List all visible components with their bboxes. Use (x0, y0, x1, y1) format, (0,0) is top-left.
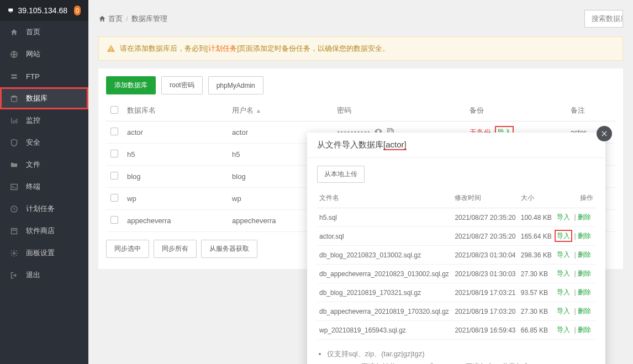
file-size: 27.30 KB (519, 265, 555, 283)
file-size: 93.57 KB (519, 283, 555, 302)
sidebar-item-settings[interactable]: 面板设置 (0, 242, 88, 264)
sidebar-item-label: 退出 (26, 270, 40, 280)
file-mtime: 2021/08/19 17:03:21 (452, 283, 518, 302)
sidebar-item-ftp[interactable]: FTP (0, 65, 88, 87)
table-row: actor.sql2021/08/27 20:35:20165.64 KB导入 … (317, 227, 595, 246)
sidebar-item-monitor[interactable]: 监控 (0, 109, 88, 131)
root-password-button[interactable]: root密码 (161, 76, 203, 94)
delete-link[interactable]: 删除 (578, 251, 591, 259)
sidebar-item-logout[interactable]: 退出 (0, 264, 88, 286)
delete-link[interactable]: 删除 (578, 232, 591, 240)
db-name: blog (123, 166, 228, 188)
breadcrumb-current: 数据库管理 (131, 14, 167, 24)
breadcrumb-separator: / (126, 15, 128, 23)
row-checkbox[interactable] (110, 150, 118, 157)
sidebar-item-home[interactable]: 首页 (0, 21, 88, 43)
import-link[interactable]: 导入 (557, 213, 570, 221)
globe-icon (10, 50, 18, 59)
sidebar-item-label: FTP (26, 72, 40, 81)
file-size: 100.48 KB (519, 208, 555, 227)
table-row: db_appecheverra_20210819_170320.sql.gz20… (317, 302, 595, 321)
tips-list: 仅支持sql、zip、(tar.gz|gz|tgz)zip、tar.gz压缩包结… (317, 347, 595, 364)
sidebar-item-security[interactable]: 安全 (0, 131, 88, 154)
sync-all-button[interactable]: 同步所有 (154, 240, 197, 258)
table-row: wp_20210819_165943.sql.gz2021/08/19 16:5… (317, 321, 595, 340)
row-checkbox[interactable] (110, 216, 118, 224)
delete-link[interactable]: 删除 (578, 307, 591, 315)
dialog-db-name: [actor] (383, 140, 407, 150)
search-input[interactable]: 搜索数据库 (584, 10, 623, 28)
row-checkbox[interactable] (110, 194, 118, 202)
file-name: db_blog_20210819_170321.sql.gz (317, 283, 452, 302)
sidebar-item-terminal[interactable]: 终端 (0, 176, 88, 198)
col-size: 大小 (519, 188, 555, 208)
file-mtime: 2021/08/23 01:30:04 (452, 246, 518, 265)
sidebar-item-label: 软件商店 (26, 226, 55, 236)
file-table: 文件名 修改时间 大小 操作 h5.sql2021/08/27 20:35:20… (317, 188, 595, 340)
file-mtime: 2021/08/27 20:35:20 (452, 227, 518, 246)
chart-icon (10, 117, 18, 125)
sidebar-item-cron[interactable]: 计划任务 (0, 198, 88, 220)
phpmyadmin-button[interactable]: phpMyAdmin (208, 76, 263, 94)
file-size: 66.85 KB (519, 321, 555, 340)
import-link[interactable]: 导入 (557, 326, 570, 334)
import-link[interactable]: 导入 (557, 270, 570, 277)
folder-icon (10, 161, 18, 169)
sidebar-item-label: 终端 (26, 182, 40, 192)
notification-badge[interactable]: 0 (74, 6, 81, 15)
col-pwd: 密码 (333, 100, 465, 122)
row-checkbox[interactable] (110, 172, 118, 180)
row-checkbox[interactable] (110, 128, 118, 135)
close-button[interactable] (597, 126, 612, 141)
tip-item: zip、tar.gz压缩包结构：test.zip或test.tar.gz压缩包内… (327, 360, 595, 364)
import-link[interactable]: 导入 (557, 232, 570, 240)
alert-text-pre: 请在添加数据库后，务必到[ (120, 44, 208, 54)
breadcrumb-home[interactable]: 首页 (108, 14, 123, 24)
alert-link[interactable]: 计划任务 (208, 44, 237, 54)
delete-link[interactable]: 删除 (578, 288, 591, 296)
delete-link[interactable]: 删除 (578, 270, 591, 277)
import-link[interactable]: 导入 (557, 288, 570, 296)
import-link[interactable]: 导入 (557, 251, 570, 259)
col-note: 备注 (566, 100, 615, 122)
sidebar-item-label: 监控 (26, 115, 40, 125)
sidebar-item-files[interactable]: 文件 (0, 154, 88, 176)
alert-banner: 请在添加数据库后，务必到[ 计划任务 ]页面添加定时备份任务，以确保您的数据安全… (98, 36, 623, 61)
upload-button[interactable]: 从本地上传 (317, 166, 365, 183)
file-name: wp_20210819_165943.sql.gz (317, 321, 452, 340)
col-name[interactable]: 数据库名 (123, 100, 228, 122)
table-row: db_blog_20210819_170321.sql.gz2021/08/19… (317, 283, 595, 302)
sidebar-item-label: 计划任务 (26, 204, 55, 214)
col-filename: 文件名 (317, 188, 452, 208)
warning-icon (107, 44, 115, 53)
delete-link[interactable]: 删除 (578, 326, 591, 334)
db-name: h5 (123, 144, 228, 166)
import-link[interactable]: 导入 (557, 307, 570, 315)
col-user[interactable]: 用户名▲ (228, 100, 333, 122)
sidebar-item-store[interactable]: 软件商店 (0, 220, 88, 242)
svg-rect-2 (11, 184, 17, 189)
sidebar-item-label: 网站 (26, 49, 40, 59)
svg-rect-4 (12, 228, 17, 234)
col-backup: 备份 (465, 100, 566, 122)
select-all-checkbox[interactable] (110, 106, 118, 114)
file-name: db_appecheverra_20210819_170320.sql.gz (317, 302, 452, 321)
toolbar: 添加数据库 root密码 phpMyAdmin (106, 76, 615, 94)
delete-link[interactable]: 删除 (578, 213, 591, 221)
home-icon (10, 28, 18, 36)
svg-rect-6 (14, 229, 16, 231)
file-name: db_blog_20210823_013002.sql.gz (317, 246, 452, 265)
file-name: h5.sql (317, 208, 452, 227)
add-database-button[interactable]: 添加数据库 (106, 76, 156, 94)
monitor-icon (8, 6, 14, 15)
gear-icon (10, 249, 18, 257)
table-row: h5.sql2021/08/27 20:35:20100.48 KB导入 | 删… (317, 208, 595, 227)
file-size: 165.64 KB (519, 227, 555, 246)
sync-selected-button[interactable]: 同步选中 (106, 240, 149, 258)
sidebar-item-database[interactable]: 数据库 (0, 87, 88, 109)
sidebar-item-site[interactable]: 网站 (0, 43, 88, 65)
file-name: actor.sql (317, 227, 452, 246)
svg-rect-5 (12, 229, 14, 231)
fetch-server-button[interactable]: 从服务器获取 (201, 240, 257, 258)
db-name: wp (123, 188, 228, 210)
